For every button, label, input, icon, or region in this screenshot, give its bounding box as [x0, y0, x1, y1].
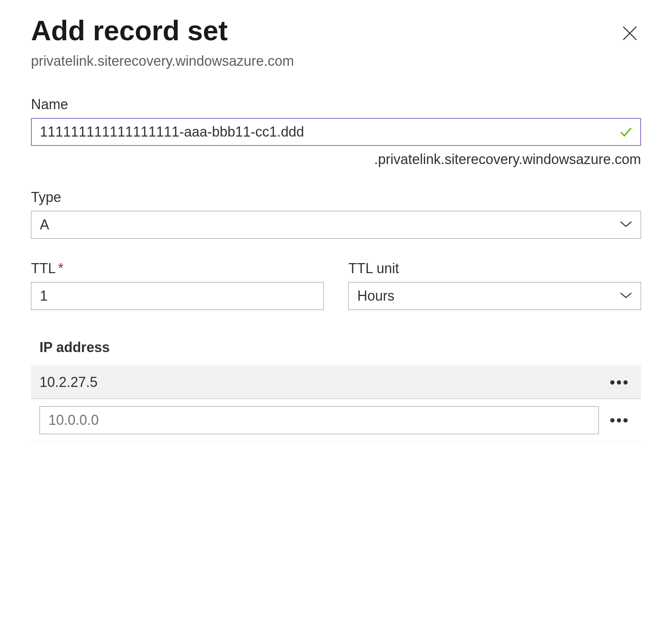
required-asterisk: *	[58, 260, 63, 276]
header-text-block: Add record set privatelink.siterecovery.…	[31, 15, 294, 69]
type-label: Type	[31, 189, 641, 205]
ip-row-existing: 10.2.27.5 •••	[31, 366, 641, 399]
ip-row-new: •••	[31, 399, 641, 441]
type-select[interactable]: A	[31, 211, 641, 239]
panel-header: Add record set privatelink.siterecovery.…	[31, 15, 641, 69]
panel-subtitle: privatelink.siterecovery.windowsazure.co…	[31, 53, 294, 69]
name-label: Name	[31, 96, 641, 113]
close-icon	[622, 25, 638, 41]
ttl-unit-label: TTL unit	[348, 260, 641, 277]
name-input-wrap	[31, 118, 641, 146]
ip-input[interactable]	[39, 406, 599, 434]
add-record-set-panel: Add record set privatelink.siterecovery.…	[0, 0, 672, 465]
form: Name .privatelink.siterecovery.windowsaz…	[31, 96, 641, 441]
ttl-unit-field: TTL unit Hours	[348, 260, 641, 310]
close-button[interactable]	[619, 20, 641, 48]
ttl-field: TTL*	[31, 260, 324, 310]
ttl-row: TTL* TTL unit Hours	[31, 260, 641, 332]
more-icon: •••	[610, 374, 629, 391]
name-suffix: .privatelink.siterecovery.windowsazure.c…	[31, 151, 641, 168]
name-input[interactable]	[31, 118, 641, 146]
ip-section-label: IP address	[39, 339, 641, 356]
type-select-wrap: A	[31, 211, 641, 239]
ttl-unit-select[interactable]: Hours	[348, 282, 641, 310]
ttl-unit-select-wrap: Hours	[348, 282, 641, 310]
ttl-label: TTL*	[31, 260, 324, 277]
check-icon	[619, 125, 633, 139]
more-icon: •••	[610, 412, 629, 429]
name-field: Name .privatelink.siterecovery.windowsaz…	[31, 96, 641, 168]
type-field: Type A	[31, 189, 641, 239]
ip-row-more-button[interactable]: •••	[607, 412, 633, 428]
panel-title: Add record set	[31, 15, 294, 46]
ip-value: 10.2.27.5	[39, 374, 607, 390]
ttl-label-text: TTL	[31, 260, 56, 276]
ip-row-more-button[interactable]: •••	[607, 375, 633, 390]
ttl-input[interactable]	[31, 282, 324, 310]
ip-address-list: 10.2.27.5 ••• •••	[31, 366, 641, 441]
